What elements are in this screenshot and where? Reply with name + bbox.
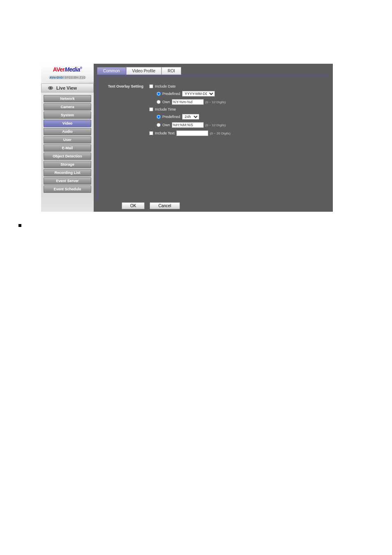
brand-sub-prefix: AVerDiGi [50, 76, 64, 79]
include-time-checkbox[interactable] [149, 107, 153, 111]
include-text-label: Include Text [155, 131, 175, 135]
controls-column: Include Date Predefined YYYY-MM-DD Own (… [149, 84, 323, 139]
time-own-hint: (0 ~ 12 Digits) [205, 123, 226, 127]
time-own-row: Own (0 ~ 12 Digits) [149, 122, 323, 128]
settings-panel: Text Overlay Setting Include Date Predef… [97, 76, 330, 200]
include-date-checkbox[interactable] [149, 84, 153, 88]
include-text-hint: (0 ~ 20 Digits) [210, 132, 231, 135]
section-label: Text Overlay Setting [104, 84, 149, 88]
brand-sub-model: SF031BH-Z10 [64, 76, 85, 79]
date-predefined-select[interactable]: YYYY-MM-DD [182, 91, 215, 97]
sidebar-item-network[interactable]: Network [44, 95, 91, 102]
time-predefined-radio[interactable] [157, 115, 161, 119]
main-content: Common Video Profile ROI Text Overlay Se… [94, 64, 333, 212]
button-bar: OK Cancel [97, 200, 330, 212]
brand-mark: ® [80, 67, 82, 69]
sidebar-item-recording-list[interactable]: Recording List [44, 169, 91, 176]
date-own-input[interactable] [172, 99, 204, 105]
tab-common[interactable]: Common [97, 67, 126, 75]
sidebar-item-audio[interactable]: Audio [44, 128, 91, 135]
eye-icon [48, 86, 53, 90]
ok-button[interactable]: OK [122, 202, 145, 209]
include-date-row: Include Date [149, 84, 323, 88]
brand-part1: AVer [53, 66, 65, 73]
brand-model: AVerDiGi SF031BH-Z10 [49, 76, 86, 79]
include-text-input[interactable] [176, 130, 208, 136]
brand-part2: Media [65, 66, 80, 73]
include-time-label: Include Time [155, 107, 176, 111]
time-predefined-select[interactable]: 24h [182, 114, 199, 120]
include-text-checkbox[interactable] [149, 131, 153, 135]
sidebar-item-event-schedule[interactable]: Event Schedule [44, 185, 91, 193]
sidebar-item-storage[interactable]: Storage [44, 161, 91, 168]
tab-bar: Common Video Profile ROI [97, 67, 330, 75]
settings-window: AVerMedia® AVerDiGi SF031BH-Z10 Live Vie… [41, 64, 333, 212]
live-view-label: Live View [56, 86, 77, 90]
time-own-radio[interactable] [157, 123, 161, 127]
brand-name: AVerMedia® [44, 66, 91, 73]
sidebar-item-video[interactable]: Video [44, 120, 91, 127]
date-own-radio[interactable] [157, 100, 161, 104]
include-text-row: Include Text (0 ~ 20 Digits) [149, 130, 323, 136]
sidebar-item-camera[interactable]: Camera [44, 103, 91, 111]
sidebar-item-system[interactable]: System [44, 111, 91, 119]
tab-video-profile[interactable]: Video Profile [126, 67, 162, 75]
include-date-label: Include Date [155, 84, 176, 88]
sidebar-item-object-detection[interactable]: Object Detection [44, 153, 91, 160]
include-time-row: Include Time [149, 107, 323, 111]
date-own-label: Own [162, 100, 170, 104]
bullet-icon [18, 224, 21, 227]
time-predefined-row: Predefined 24h [149, 114, 323, 120]
date-own-hint: (0 ~ 12 Digits) [205, 100, 226, 104]
date-own-row: Own (0 ~ 12 Digits) [149, 99, 323, 105]
date-predefined-radio[interactable] [157, 92, 161, 96]
tab-roi[interactable]: ROI [161, 67, 181, 75]
date-predefined-label: Predefined [162, 92, 180, 96]
date-predefined-row: Predefined YYYY-MM-DD [149, 91, 323, 97]
sidebar-item-email[interactable]: E-Mail [44, 144, 91, 152]
sidebar-item-event-server[interactable]: Event Server [44, 177, 91, 185]
cancel-button[interactable]: Cancel [150, 202, 180, 209]
time-predefined-label: Predefined [162, 115, 180, 119]
time-own-label: Own [162, 123, 170, 127]
text-overlay-section: Text Overlay Setting Include Date Predef… [104, 84, 323, 139]
time-own-input[interactable] [172, 122, 204, 128]
live-view-button[interactable]: Live View [41, 83, 94, 92]
sidebar: AVerMedia® AVerDiGi SF031BH-Z10 Live Vie… [41, 64, 94, 212]
brand-logo: AVerMedia® AVerDiGi SF031BH-Z10 [41, 64, 94, 82]
sidebar-item-user[interactable]: User [44, 136, 91, 143]
sidebar-menu: Network Camera System Video Audio User E… [41, 92, 94, 212]
